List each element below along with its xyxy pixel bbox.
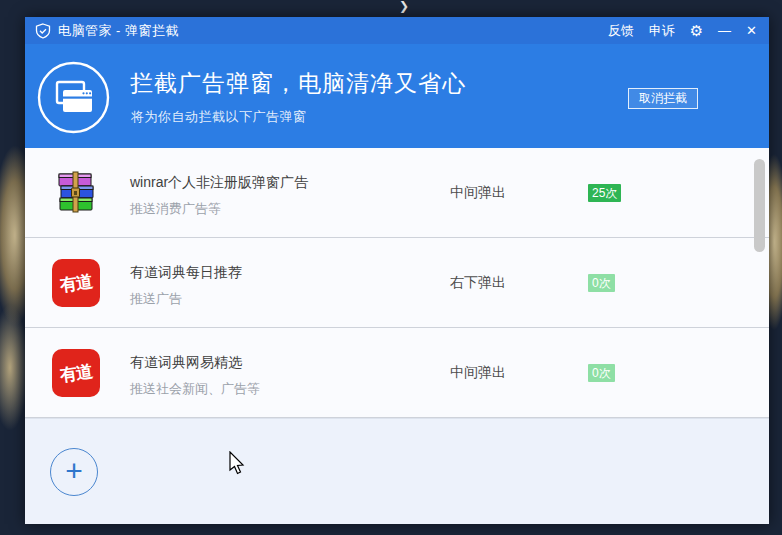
rule-text: 有道词典每日推荐 推送广告 <box>130 264 242 308</box>
rule-title: 有道词典网易精选 <box>130 354 260 372</box>
block-count-badge: 25次 <box>588 184 621 202</box>
popup-rule-row[interactable]: winrar个人非注册版弹窗广告 推送消费广告等 中间弹出 25次 <box>25 148 769 238</box>
window-title: 电脑管家 - 弹窗拦截 <box>58 22 179 40</box>
winrar-icon <box>52 169 100 217</box>
popup-position: 右下弹出 <box>450 274 506 292</box>
youdao-icon-label: 有道 <box>59 269 94 296</box>
popup-position: 中间弹出 <box>450 364 506 382</box>
rule-title: 有道词典每日推荐 <box>130 264 242 282</box>
app-window: 电脑管家 - 弹窗拦截 反馈 申诉 ⚙ — ✕ <box>25 17 769 524</box>
close-button[interactable]: ✕ <box>746 24 757 37</box>
minimize-button[interactable]: — <box>718 24 731 37</box>
wallpaper-cursor-artifact: ❯ <box>399 0 409 12</box>
youdao-icon-label: 有道 <box>59 359 94 386</box>
block-count-badge: 0次 <box>588 274 615 292</box>
wallpaper-left <box>0 120 25 450</box>
rule-title: winrar个人非注册版弹窗广告 <box>130 174 308 192</box>
rule-desc: 推送社会新闻、广告等 <box>130 380 260 398</box>
appeal-link[interactable]: 申诉 <box>649 22 675 40</box>
titlebar-actions: 反馈 申诉 ⚙ — ✕ <box>608 22 757 40</box>
youdao-icon: 有道 <box>52 349 100 397</box>
rule-text: 有道词典网易精选 推送社会新闻、广告等 <box>130 354 260 398</box>
footer: + <box>25 418 769 524</box>
header-banner: 拦截广告弹窗，电脑清净又省心 将为你自动拦截以下广告弹窗 取消拦截 <box>25 44 769 148</box>
popup-position: 中间弹出 <box>450 184 506 202</box>
block-count-badge: 0次 <box>588 364 615 382</box>
rule-desc: 推送消费广告等 <box>130 200 308 218</box>
popup-windows-icon <box>37 61 110 134</box>
plus-icon: + <box>65 456 83 486</box>
popup-rule-row[interactable]: 有道 有道词典每日推荐 推送广告 右下弹出 0次 <box>25 238 769 328</box>
settings-gear-icon[interactable]: ⚙ <box>690 23 703 38</box>
titlebar: 电脑管家 - 弹窗拦截 反馈 申诉 ⚙ — ✕ <box>25 17 769 44</box>
add-rule-button[interactable]: + <box>50 448 98 496</box>
desktop: ❯ 电脑管家 - 弹窗拦截 反馈 申诉 ⚙ — ✕ <box>0 0 782 535</box>
rule-text: winrar个人非注册版弹窗广告 推送消费广告等 <box>130 174 308 218</box>
shield-logo-icon <box>35 23 51 39</box>
cancel-block-button[interactable]: 取消拦截 <box>628 88 698 109</box>
feedback-link[interactable]: 反馈 <box>608 22 634 40</box>
rule-desc: 推送广告 <box>130 290 242 308</box>
header-title: 拦截广告弹窗，电脑清净又省心 <box>130 68 466 99</box>
header-subtitle: 将为你自动拦截以下广告弹窗 <box>131 108 307 126</box>
popup-rule-row[interactable]: 有道 有道词典网易精选 推送社会新闻、广告等 中间弹出 0次 <box>25 328 769 418</box>
popup-list: winrar个人非注册版弹窗广告 推送消费广告等 中间弹出 25次 <box>25 148 769 418</box>
wallpaper-right <box>769 130 782 410</box>
scrollbar-thumb[interactable] <box>754 159 765 252</box>
youdao-icon: 有道 <box>52 259 100 307</box>
